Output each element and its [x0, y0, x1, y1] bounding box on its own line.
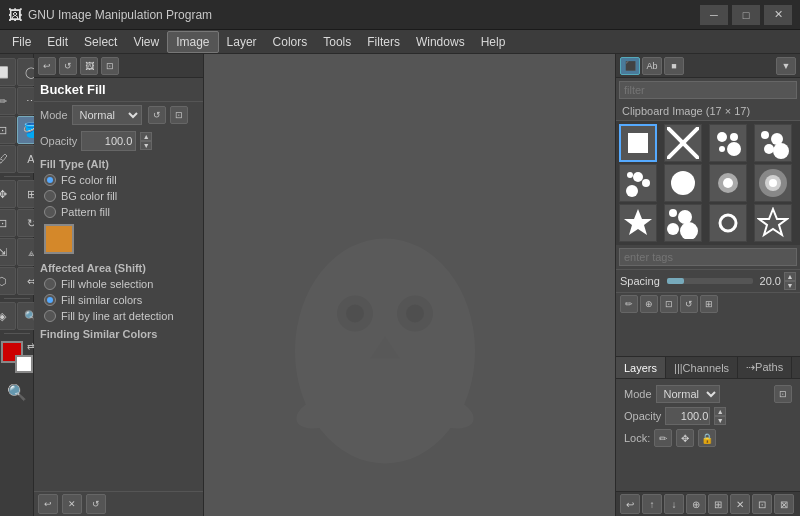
- menu-item-edit[interactable]: Edit: [39, 31, 76, 53]
- menu-item-help[interactable]: Help: [473, 31, 514, 53]
- lock-move-btn[interactable]: ✥: [676, 429, 694, 447]
- fg-color-fill-row[interactable]: FG color fill: [34, 172, 203, 188]
- maximize-button[interactable]: □: [732, 5, 760, 25]
- fill-similar-row[interactable]: Fill similar colors: [34, 292, 203, 308]
- menu-item-file[interactable]: File: [4, 31, 39, 53]
- delete-btn[interactable]: ✕: [62, 494, 82, 514]
- brush-cell-3[interactable]: [709, 124, 747, 162]
- paths-tab[interactable]: ⇢Paths: [738, 357, 792, 378]
- menu-item-view[interactable]: View: [125, 31, 167, 53]
- close-button[interactable]: ✕: [764, 5, 792, 25]
- right-panel-menu[interactable]: ▼: [776, 57, 796, 75]
- brush-cell-9[interactable]: [619, 204, 657, 242]
- layers-anchor-btn[interactable]: ⊠: [774, 494, 794, 514]
- layers-delete-btn[interactable]: ✕: [730, 494, 750, 514]
- rect-select-tool[interactable]: ⬜: [0, 58, 16, 86]
- tool-options-icon2[interactable]: ↺: [59, 57, 77, 75]
- canvas-area[interactable]: [204, 54, 615, 516]
- fill-line-art-row[interactable]: Fill by line art detection: [34, 308, 203, 324]
- perspective-tool[interactable]: ⬡: [0, 267, 16, 295]
- layers-new-btn[interactable]: ⊞: [708, 494, 728, 514]
- scale-tool[interactable]: ⇲: [0, 238, 16, 266]
- restore-btn[interactable]: ↺: [86, 494, 106, 514]
- brush-cell-5[interactable]: [619, 164, 657, 202]
- crop-tool[interactable]: ⊡: [0, 209, 16, 237]
- tool-options-icon4[interactable]: ⊡: [101, 57, 119, 75]
- swap-colors-icon[interactable]: ⇄: [27, 341, 35, 351]
- menu-item-select[interactable]: Select: [76, 31, 125, 53]
- brush-action-1[interactable]: ✏: [620, 295, 638, 313]
- tool-options-icon3[interactable]: 🖼: [80, 57, 98, 75]
- brush-cell-8[interactable]: [754, 164, 792, 202]
- layers-down-btn[interactable]: ↩: [620, 494, 640, 514]
- brush-action-2[interactable]: ⊕: [640, 295, 658, 313]
- layers-menu-btn[interactable]: ▼: [792, 357, 800, 378]
- layers-tab[interactable]: Layers: [616, 357, 666, 378]
- brush-cell-10[interactable]: [664, 204, 702, 242]
- brush-cell-11[interactable]: [709, 204, 747, 242]
- pattern-swatch[interactable]: [44, 224, 74, 254]
- brush-cell-4[interactable]: [754, 124, 792, 162]
- menu-item-colors[interactable]: Colors: [265, 31, 316, 53]
- tool-options-icon1[interactable]: ↩: [38, 57, 56, 75]
- background-color[interactable]: [15, 355, 33, 373]
- brush-action-3[interactable]: ⊡: [660, 295, 678, 313]
- gradients-tab[interactable]: ■: [664, 57, 684, 75]
- brush-action-4[interactable]: ↺: [680, 295, 698, 313]
- minimize-button[interactable]: ─: [700, 5, 728, 25]
- layers-opacity-input[interactable]: [665, 407, 710, 425]
- layers-opacity-row: Opacity ▲ ▼: [620, 405, 796, 427]
- menu-item-filters[interactable]: Filters: [359, 31, 408, 53]
- opacity-input[interactable]: [81, 131, 136, 151]
- lock-all-btn[interactable]: 🔒: [698, 429, 716, 447]
- menu-item-windows[interactable]: Windows: [408, 31, 473, 53]
- patterns-tab[interactable]: Ab: [642, 57, 662, 75]
- mode-extra-icon[interactable]: ⊡: [170, 106, 188, 124]
- menu-item-tools[interactable]: Tools: [315, 31, 359, 53]
- zoom-tool-bottom[interactable]: 🔍: [3, 378, 31, 406]
- spacing-down[interactable]: ▼: [784, 281, 796, 290]
- bg-color-fill-radio[interactable]: [44, 190, 56, 202]
- move-tool[interactable]: ✥: [0, 180, 16, 208]
- fill-line-art-radio[interactable]: [44, 310, 56, 322]
- fill-similar-radio[interactable]: [44, 294, 56, 306]
- menu-item-image[interactable]: Image: [167, 31, 218, 53]
- brush-cell-7[interactable]: [709, 164, 747, 202]
- brush-action-5[interactable]: ⊞: [700, 295, 718, 313]
- by-color-tool[interactable]: ⊡: [0, 116, 16, 144]
- fill-whole-sel-row[interactable]: Fill whole selection: [34, 276, 203, 292]
- brush-cell-12[interactable]: [754, 204, 792, 242]
- layers-up-btn[interactable]: ↑: [642, 494, 662, 514]
- opacity-up[interactable]: ▲: [140, 132, 152, 141]
- fill-whole-sel-radio[interactable]: [44, 278, 56, 290]
- tags-input[interactable]: [619, 248, 797, 266]
- layers-down2-btn[interactable]: ↓: [664, 494, 684, 514]
- mode-reset-icon[interactable]: ↺: [148, 106, 166, 124]
- spacing-up[interactable]: ▲: [784, 272, 796, 281]
- color-indicator[interactable]: ⇄: [1, 341, 33, 373]
- bg-color-fill-row[interactable]: BG color fill: [34, 188, 203, 204]
- fg-color-fill-radio[interactable]: [44, 174, 56, 186]
- layers-mode-extra[interactable]: ⊡: [774, 385, 792, 403]
- channels-tab[interactable]: |||Channels: [666, 357, 738, 378]
- pattern-fill-radio[interactable]: [44, 206, 56, 218]
- layers-group-btn[interactable]: ⊡: [752, 494, 772, 514]
- brushes-tab[interactable]: ⬛: [620, 57, 640, 75]
- layers-mode-select[interactable]: Normal: [656, 385, 720, 403]
- lock-paint-btn[interactable]: ✏: [654, 429, 672, 447]
- undo-btn[interactable]: ↩: [38, 494, 58, 514]
- mode-select[interactable]: Normal Dissolve Multiply Screen: [72, 105, 142, 125]
- layers-duplicate-btn[interactable]: ⊕: [686, 494, 706, 514]
- opacity-down[interactable]: ▼: [140, 141, 152, 150]
- color-picker-tool[interactable]: ◈: [0, 302, 16, 330]
- brush-filter-input[interactable]: [619, 81, 797, 99]
- free-select-tool[interactable]: ✏: [0, 87, 16, 115]
- brush-cell-6[interactable]: [664, 164, 702, 202]
- brush-cell-1[interactable]: [619, 124, 657, 162]
- pattern-fill-row[interactable]: Pattern fill: [34, 204, 203, 220]
- paths-tool[interactable]: 🖊: [0, 145, 16, 173]
- menu-item-layer[interactable]: Layer: [219, 31, 265, 53]
- layers-opacity-down[interactable]: ▼: [714, 416, 726, 425]
- layers-opacity-up[interactable]: ▲: [714, 407, 726, 416]
- brush-cell-2[interactable]: [664, 124, 702, 162]
